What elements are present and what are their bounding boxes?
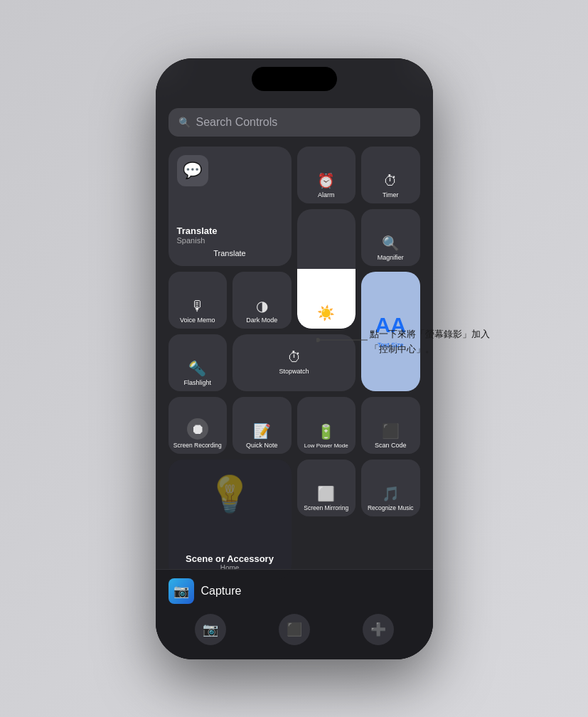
screen-mirroring-label: Screen Mirroring [304,504,348,511]
low-power-control[interactable]: 🔋 Low Power Mode [297,397,356,454]
stopwatch-control[interactable]: ⏱ Stopwatch [232,334,356,391]
dynamic-island [252,67,337,91]
capture-label: Capture [201,585,242,598]
magnifier-icon: 🔍 [382,235,400,252]
text-size-control[interactable]: AA Text Size [361,272,420,391]
recognize-music-icon: 🎵 [382,485,400,502]
quick-note-control[interactable]: 📝 Quick Note [232,397,292,454]
magnifier-control[interactable]: 🔍 Magnifier [361,209,420,266]
capture-app-icon: 📷 [169,578,194,604]
translate-control[interactable]: 💬 Translate Spanish Translate [169,147,292,266]
low-power-icon: 🔋 [317,423,335,440]
recognize-music-label: Recognize Music [368,504,414,511]
phone-frame: 🔍 Search Controls 💬 Translate Spanish [156,58,433,659]
timer-control[interactable]: ⏱ Timer [361,147,420,203]
brightness-control[interactable]: ☀️ [297,209,356,329]
bottom-bar: 📷 Capture 📷 ⬛ ➕ [156,569,433,659]
search-placeholder: Search Controls [196,116,278,129]
text-size-icon: AA [375,313,406,337]
low-power-label: Low Power Mode [304,442,348,450]
scan-code-control[interactable]: ⬛ Scan Code [361,397,420,454]
scene-accessory-control[interactable]: 💡 Scene or Accessory Home [169,460,292,579]
bottom-icons-row: 📷 ⬛ ➕ [169,611,420,645]
screen-recording-icon: ⏺ [187,418,208,440]
quick-note-label: Quick Note [246,442,278,450]
flashlight-label: Flashlight [183,379,211,387]
stopwatch-icon: ⏱ [287,349,301,366]
search-icon: 🔍 [178,117,191,128]
translate-title: Translate [177,225,283,236]
dark-mode-icon: ◑ [256,297,268,314]
timer-icon: ⏱ [383,173,397,189]
alarm-label: Alarm [318,191,335,199]
bottom-add-icon[interactable]: ➕ [363,614,394,645]
scan-code-icon: ⬛ [382,423,400,440]
screen-recording-label: Screen Recording [173,442,222,449]
stopwatch-label: Stopwatch [279,368,309,376]
alarm-icon: ⏰ [317,172,335,189]
flashlight-icon: 🔦 [188,360,206,377]
translate-label: Translate [177,249,283,257]
voice-memo-icon: 🎙 [191,298,205,314]
screen-mirroring-control[interactable]: ⬜ Screen Mirroring [297,460,356,516]
dark-mode-label: Dark Mode [246,317,277,324]
translate-subtitle: Spanish [177,236,283,245]
timer-label: Timer [383,191,399,199]
bottom-scan-icon[interactable]: ⬛ [279,614,310,645]
magnifier-label: Magnifier [378,254,404,262]
brightness-icon: ☀️ [317,304,335,322]
translate-icon: 💬 [183,161,202,180]
scene-title: Scene or Accessory [186,553,274,564]
alarm-control[interactable]: ⏰ Alarm [297,147,356,203]
screen-mirroring-icon: ⬜ [317,485,335,502]
flashlight-control[interactable]: 🔦 Flashlight [169,334,228,391]
capture-item[interactable]: 📷 Capture [169,578,420,604]
scan-code-label: Scan Code [375,442,407,450]
text-size-label: Text Size [378,341,404,349]
search-bar[interactable]: 🔍 Search Controls [169,108,420,137]
scene-icon: 💡 [208,474,252,515]
recognize-music-control[interactable]: 🎵 Recognize Music [361,460,420,516]
voice-memo-control[interactable]: 🎙 Voice Memo [169,272,228,329]
controls-grid: 💬 Translate Spanish Translate ⏰ Alarm [169,147,420,579]
dark-mode-control[interactable]: ◑ Dark Mode [232,272,292,329]
screen-recording-control[interactable]: ⏺ Screen Recording [169,397,228,454]
capture-icon: 📷 [173,583,189,599]
bottom-camera-icon[interactable]: 📷 [195,614,226,645]
quick-note-icon: 📝 [253,423,271,440]
voice-memo-label: Voice Memo [180,317,215,324]
